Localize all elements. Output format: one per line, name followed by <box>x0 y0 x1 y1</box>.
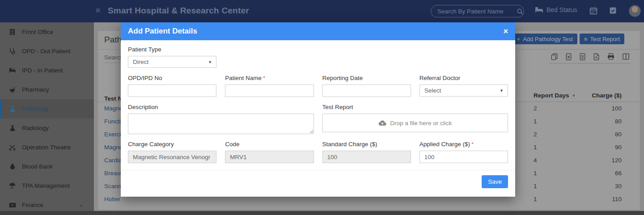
referral-doctor-label: Referral Doctor <box>419 75 508 81</box>
applied-charge-label: Applied Charge ($)* <box>419 141 508 148</box>
sidebar-item-front-office[interactable]: Front Office <box>0 22 94 42</box>
calendar-icon[interactable] <box>589 7 597 15</box>
sidebar-item-opd[interactable]: OPD - Out Patient <box>0 42 94 61</box>
add-pathology-test-button[interactable]: +Add Pathology Test <box>513 34 577 44</box>
bed-status-link[interactable]: Bed Status <box>535 6 577 13</box>
app-title: Smart Hospital & Research Center <box>108 6 249 16</box>
plus-icon: + <box>517 36 521 42</box>
modal-footer: Save <box>121 170 515 194</box>
sidebar-item-label: Front Office <box>22 29 53 35</box>
sidebar-item-tpa-management[interactable]: TPA Management <box>0 176 94 195</box>
patient-name-label: Patient Name* <box>225 75 314 81</box>
csv-icon[interactable] <box>580 53 585 60</box>
sidebar-item-ipd[interactable]: IPD - In Patient <box>0 61 94 80</box>
opd-ipd-no-input[interactable] <box>128 84 216 97</box>
export-toolbar <box>550 53 630 63</box>
chevron-left-icon[interactable]: ‹ <box>80 202 82 209</box>
description-label: Description <box>128 104 314 110</box>
test-name-link[interactable]: Magne <box>104 141 123 154</box>
copy-icon[interactable] <box>551 53 558 60</box>
charge-category-input <box>128 151 216 163</box>
pdf-icon[interactable] <box>593 53 599 60</box>
code-label: Code <box>225 141 314 148</box>
close-icon[interactable]: × <box>503 27 508 35</box>
col-charge[interactable]: Charge ($) <box>554 92 622 99</box>
app-root: ≡ Smart Hospital & Research Center Bed S… <box>0 0 644 215</box>
table-row: CT Ang 1 40 <box>98 206 640 210</box>
sidebar-item-label: Pharmacy <box>22 86 49 93</box>
standard-charge-label: Standard Charge ($) <box>322 141 411 148</box>
standard-charge-input <box>322 151 411 163</box>
patient-type-select[interactable]: Direct ▼ <box>128 56 216 68</box>
sidebar-item-label: Pathology <box>22 105 49 112</box>
scissors-icon <box>8 144 16 151</box>
upload-cloud-icon <box>378 120 386 126</box>
test-name-link[interactable]: Functi <box>104 115 121 128</box>
droplet-icon <box>8 163 16 170</box>
reporting-date-input[interactable] <box>322 84 411 97</box>
umbrella-icon <box>8 182 16 189</box>
select-caret-icon: ▼ <box>208 60 212 64</box>
excel-icon[interactable] <box>566 53 572 60</box>
test-name-link[interactable]: Breast <box>104 167 122 180</box>
charge-category-label: Charge Category <box>128 141 216 148</box>
user-avatar[interactable] <box>629 5 641 17</box>
patient-type-label: Patient Type <box>128 46 216 53</box>
radiation-icon <box>8 125 16 131</box>
sidebar-item-label: OPD - Out Patient <box>22 48 71 55</box>
sidebar-item-label: Operation Theatre <box>22 144 71 151</box>
sidebar-item-label: Finance <box>22 202 43 208</box>
bottom-strip <box>0 211 644 215</box>
money-icon <box>8 202 16 208</box>
test-report-dropzone[interactable]: Drop a file here or click <box>322 114 508 132</box>
sidebar-item-label: Blood Bank <box>22 163 53 170</box>
save-button[interactable]: Save <box>482 175 508 188</box>
modal-title: Add Patient Details <box>128 27 197 36</box>
modal-header: Add Patient Details × <box>121 22 515 40</box>
bed-icon <box>8 67 16 73</box>
bed-status-label: Bed Status <box>547 6 577 13</box>
stethoscope-icon <box>8 48 16 55</box>
test-name-link[interactable]: Magne <box>104 102 123 115</box>
sidebar-item-label: TPA Management <box>22 182 70 189</box>
sidebar-item-pathology[interactable]: Pathology <box>0 99 94 118</box>
required-asterisk: * <box>263 75 265 81</box>
test-report-button[interactable]: ≡Test Report <box>580 34 624 44</box>
select-caret-icon: ▼ <box>500 89 504 93</box>
sidebar-item-pharmacy[interactable]: Pharmacy <box>0 80 94 99</box>
test-name-link[interactable]: Holter <box>104 193 120 206</box>
add-patient-details-modal: Add Patient Details × Patient Type Direc… <box>121 22 515 197</box>
flask-icon <box>8 105 16 112</box>
top-header: ≡ Smart Hospital & Research Center Bed S… <box>0 0 644 22</box>
test-name-link[interactable]: Scanni <box>104 180 123 193</box>
test-name-link[interactable]: Cardia <box>104 154 122 167</box>
description-textarea[interactable] <box>128 114 314 134</box>
print-icon[interactable] <box>607 53 614 60</box>
sidebar-nav: Front Office OPD - Out Patient IPD - In … <box>0 22 94 215</box>
required-asterisk: * <box>471 141 474 148</box>
search-icon[interactable] <box>517 8 523 15</box>
task-check-icon[interactable] <box>609 7 617 14</box>
opd-ipd-no-label: OPD/IPD No <box>128 75 216 81</box>
sidebar-item-radiology[interactable]: Radiology <box>0 118 94 138</box>
building-icon <box>8 29 16 35</box>
sidebar-item-label: Radiology <box>22 125 49 131</box>
code-input <box>225 151 314 163</box>
test-name-link[interactable]: CT Ang <box>104 206 124 210</box>
sidebar-item-blood-bank[interactable]: Blood Bank <box>0 157 94 176</box>
column-visibility-icon[interactable] <box>623 53 629 60</box>
hamburger-menu-icon[interactable]: ≡ <box>96 6 100 15</box>
patient-search-box[interactable] <box>431 5 524 17</box>
list-icon: ≡ <box>584 36 588 42</box>
mortar-icon <box>8 87 16 93</box>
applied-charge-input[interactable] <box>419 151 508 163</box>
sidebar-item-operation-theatre[interactable]: Operation Theatre <box>0 138 94 157</box>
test-report-label: Test Report <box>322 104 508 110</box>
patient-name-input[interactable] <box>225 84 314 97</box>
bed-icon <box>535 7 543 13</box>
patient-search-input[interactable] <box>437 8 517 15</box>
referral-doctor-select[interactable]: Select ▼ <box>419 84 508 97</box>
sidebar-item-label: IPD - In Patient <box>22 67 63 74</box>
reporting-date-label: Reporting Date <box>322 75 411 81</box>
